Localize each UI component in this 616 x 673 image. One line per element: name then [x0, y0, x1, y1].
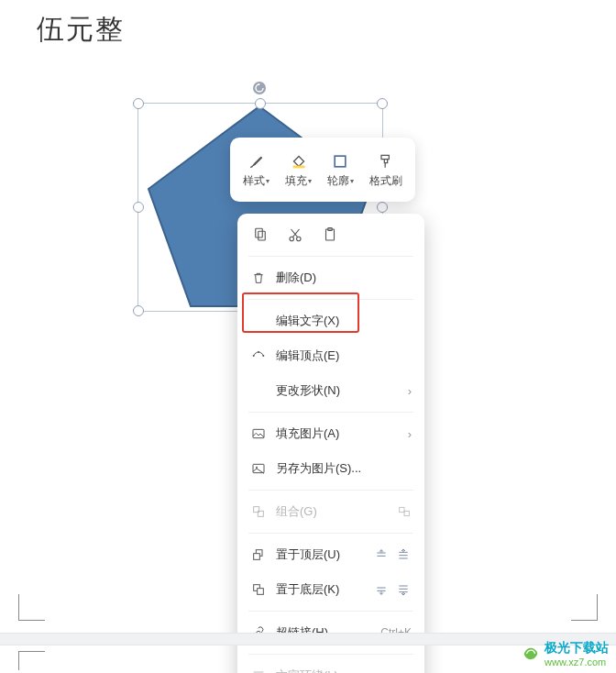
send-backward-icon[interactable] — [373, 581, 390, 598]
chevron-down-icon: ▾ — [308, 177, 312, 185]
menu-change-shape[interactable]: 更改形状(N) › — [237, 373, 424, 408]
outline-label: 轮廓 — [327, 173, 349, 189]
style-dropdown[interactable]: 样式▾ — [239, 148, 273, 193]
brush-icon — [247, 151, 267, 171]
fill-label: 填充 — [285, 173, 307, 189]
menu-separator — [248, 299, 413, 300]
page-corner-next — [18, 651, 45, 670]
ungroup-icon — [397, 504, 412, 519]
bring-forward-icon[interactable] — [373, 546, 390, 563]
bucket-icon — [289, 151, 309, 171]
chevron-right-icon: › — [408, 427, 412, 441]
svg-point-6 — [297, 237, 302, 241]
resize-handle-n[interactable] — [255, 98, 266, 109]
document-canvas: 伍元整 样式▾ 填充▾ — [0, 0, 616, 673]
chevron-down-icon: ▾ — [266, 177, 270, 185]
fill-dropdown[interactable]: 填充▾ — [281, 148, 315, 193]
trash-icon — [250, 270, 267, 286]
menu-edit-points-label: 编辑顶点(E) — [276, 348, 412, 364]
menu-text-wrap-label: 文字环绕(L) — [276, 667, 399, 673]
bring-to-front-icon[interactable] — [395, 546, 412, 563]
menu-separator — [248, 611, 413, 612]
edit-points-icon — [250, 348, 267, 364]
svg-point-10 — [258, 351, 259, 353]
menu-group: 组合(G) — [237, 494, 424, 529]
paste-button[interactable] — [322, 226, 338, 243]
svg-point-9 — [253, 355, 255, 357]
watermark: 极光下载站 www.xz7.com — [521, 640, 609, 667]
menu-change-shape-label: 更改形状(N) — [276, 382, 399, 399]
menu-fill-picture[interactable]: 填充图片(A) › — [237, 416, 424, 451]
menu-text-wrap: 文字环绕(L) › — [237, 658, 424, 673]
menu-fill-picture-label: 填充图片(A) — [276, 425, 399, 442]
menu-send-back-label: 置于底层(K) — [276, 581, 364, 598]
chevron-down-icon: ▾ — [350, 177, 354, 185]
clipboard-row — [237, 221, 424, 252]
page-corner-bl — [18, 594, 45, 621]
cut-button[interactable] — [287, 226, 303, 243]
svg-rect-2 — [336, 156, 346, 167]
resize-handle-ne[interactable] — [377, 98, 388, 109]
menu-edit-text-label: 编辑文字(X) — [276, 313, 412, 329]
picture-fill-icon — [250, 425, 267, 442]
menu-save-as-picture-label: 另存为图片(S)... — [276, 460, 412, 477]
blank-icon — [250, 382, 267, 399]
chevron-right-icon: › — [408, 669, 412, 674]
svg-rect-3 — [256, 228, 263, 237]
page-corner-br — [571, 594, 598, 621]
copy-button[interactable] — [252, 226, 269, 243]
svg-rect-18 — [404, 511, 409, 515]
menu-save-as-picture[interactable]: 另存为图片(S)... — [237, 451, 424, 486]
format-painter-button[interactable]: 格式刷 — [366, 148, 406, 193]
send-to-back-icon[interactable] — [395, 581, 412, 598]
style-label: 样式 — [243, 173, 265, 189]
menu-separator — [248, 533, 413, 534]
format-painter-icon — [376, 151, 396, 171]
menu-bring-front-label: 置于顶层(U) — [276, 546, 364, 563]
svg-rect-20 — [254, 554, 260, 560]
menu-bring-front[interactable]: 置于顶层(U) — [237, 537, 424, 572]
context-menu: 删除(D) 编辑文字(X) 编辑顶点(E) 更改形状(N) › 填充图片(A) … — [237, 214, 424, 673]
menu-delete[interactable]: 删除(D) — [237, 260, 424, 295]
watermark-url: www.xz7.com — [544, 656, 609, 667]
svg-point-5 — [290, 237, 294, 241]
watermark-logo-icon — [521, 644, 541, 664]
format-painter-label: 格式刷 — [369, 173, 402, 189]
menu-separator — [248, 490, 413, 491]
svg-rect-22 — [258, 589, 264, 595]
menu-edit-text[interactable]: 编辑文字(X) — [237, 303, 424, 338]
text-wrap-icon — [250, 667, 267, 673]
svg-rect-13 — [253, 464, 264, 472]
blank-icon — [250, 313, 267, 329]
menu-edit-points[interactable]: 编辑顶点(E) — [237, 338, 424, 373]
outline-icon — [330, 151, 350, 171]
menu-separator — [248, 256, 413, 257]
group-icon — [250, 503, 267, 520]
menu-separator — [248, 654, 413, 655]
svg-point-14 — [256, 467, 258, 469]
shape-mini-toolbar: 样式▾ 填充▾ 轮廓▾ 格式刷 — [230, 138, 415, 202]
svg-rect-12 — [253, 429, 264, 437]
outline-dropdown[interactable]: 轮廓▾ — [324, 148, 358, 193]
svg-rect-4 — [258, 231, 266, 240]
resize-handle-w[interactable] — [133, 202, 144, 213]
resize-handle-e[interactable] — [377, 202, 388, 213]
resize-handle-sw[interactable] — [133, 305, 144, 316]
menu-send-back[interactable]: 置于底层(K) — [237, 572, 424, 607]
menu-group-label: 组合(G) — [276, 503, 388, 520]
send-back-icon — [250, 581, 267, 598]
page-title: 伍元整 — [37, 11, 125, 49]
resize-handle-nw[interactable] — [133, 98, 144, 109]
svg-rect-17 — [400, 507, 404, 512]
chevron-right-icon: › — [408, 384, 412, 398]
svg-rect-1 — [292, 165, 304, 168]
rotate-handle[interactable] — [253, 82, 266, 94]
watermark-site: 极光下载站 — [544, 640, 609, 656]
bring-front-icon — [250, 546, 267, 563]
menu-separator — [248, 412, 413, 413]
save-image-icon — [250, 460, 267, 477]
menu-delete-label: 删除(D) — [276, 270, 412, 286]
svg-point-11 — [262, 355, 264, 357]
